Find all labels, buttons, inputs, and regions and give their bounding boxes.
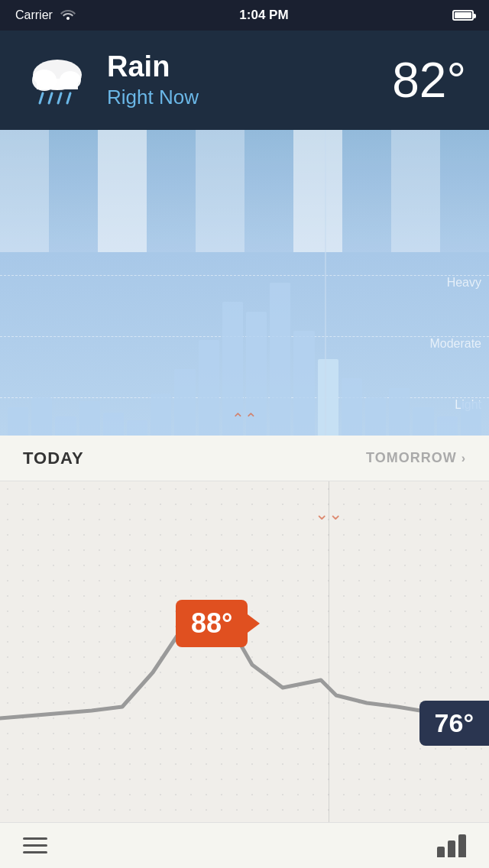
status-bar: Carrier 1:04 PM xyxy=(0,0,489,31)
tomorrow-nav[interactable]: TOMORROW › xyxy=(366,450,466,466)
rain-chart: Heavy Moderate Light ⌃⌃ xyxy=(0,130,489,436)
rain-bar xyxy=(174,369,195,436)
rain-bar-chart xyxy=(0,252,489,436)
rain-bar xyxy=(437,416,458,436)
svg-rect-3 xyxy=(37,79,78,89)
rain-bar xyxy=(270,283,290,436)
bottom-toolbar xyxy=(0,822,489,868)
rain-bar xyxy=(365,397,386,436)
menu-button[interactable] xyxy=(23,837,47,853)
rain-bar xyxy=(389,388,410,436)
battery-icon xyxy=(452,10,474,21)
cloud-rain-icon xyxy=(23,53,92,107)
tomorrow-label[interactable]: TOMORROW xyxy=(366,450,457,466)
rain-bar xyxy=(151,394,171,436)
high-temp-label: 88° xyxy=(176,600,248,647)
weather-condition: Rain xyxy=(107,51,199,83)
rain-bar xyxy=(103,413,124,436)
day-navigation[interactable]: TODAY TOMORROW › xyxy=(0,436,489,481)
status-time: 1:04 PM xyxy=(239,8,288,23)
current-temperature: 82° xyxy=(392,52,466,108)
weather-subtitle: Right Now xyxy=(107,86,199,109)
wifi-icon xyxy=(60,8,76,23)
rain-bar xyxy=(127,420,147,436)
temperature-line-svg xyxy=(0,481,489,822)
rain-bar xyxy=(8,407,28,436)
current-time-line xyxy=(325,130,326,436)
rain-bar xyxy=(55,416,76,436)
svg-line-4 xyxy=(40,93,43,103)
rain-bar xyxy=(342,378,362,436)
rain-bar xyxy=(318,359,338,436)
status-right xyxy=(452,10,474,21)
column-stripes xyxy=(0,130,489,252)
rain-bar xyxy=(199,340,219,436)
rain-bar xyxy=(31,397,52,436)
weather-header: Rain Right Now 82° xyxy=(0,31,489,130)
scroll-up-indicator: ⌃⌃ xyxy=(232,410,257,428)
carrier-label: Carrier xyxy=(15,8,53,22)
rain-bar xyxy=(79,401,100,436)
today-label[interactable]: TODAY xyxy=(23,449,84,468)
header-left: Rain Right Now xyxy=(23,51,199,110)
svg-line-7 xyxy=(67,93,70,103)
tomorrow-arrow[interactable]: › xyxy=(461,452,466,465)
rain-bar xyxy=(461,401,481,436)
temperature-chart: ⌄⌄ 88° 76° xyxy=(0,481,489,822)
weather-info: Rain Right Now xyxy=(107,51,199,110)
current-temp-label: 76° xyxy=(419,701,489,746)
status-left: Carrier xyxy=(15,8,76,23)
stats-button[interactable] xyxy=(437,834,466,857)
svg-line-5 xyxy=(49,93,52,103)
rain-bar xyxy=(413,407,433,436)
rain-bar xyxy=(293,331,314,436)
svg-line-6 xyxy=(58,93,61,103)
